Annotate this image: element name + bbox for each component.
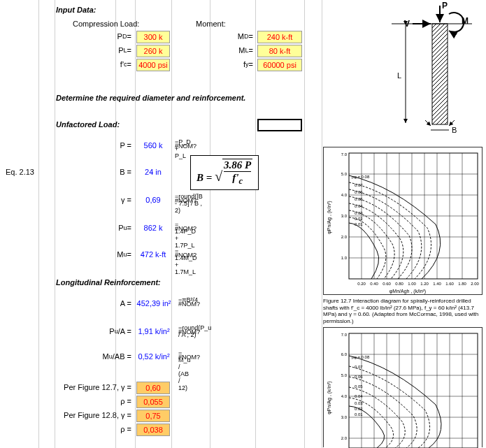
svg-text:4.0: 4.0 (341, 394, 348, 398)
svg-text:0.01: 0.01 (355, 222, 363, 226)
svg-text:0.02: 0.02 (355, 407, 363, 411)
svg-text:0.07: 0.07 (355, 183, 363, 187)
heading-input-data: Input Data: (56, 6, 96, 14)
input-fc[interactable]: 4000 psi (136, 59, 170, 71)
value-muab: 0,52 k/in² (134, 352, 173, 361)
label-fig128: Per Figure 12.8, γ = (56, 411, 131, 419)
svg-text:0.01: 0.01 (355, 412, 363, 417)
svg-line-7 (425, 120, 431, 126)
svg-text:0.60: 0.60 (383, 282, 391, 286)
label-fy: fy = (210, 60, 253, 68)
svg-text:0.03: 0.03 (355, 401, 363, 405)
svg-text:0.06: 0.06 (355, 190, 363, 194)
input-pl[interactable]: 260 k (136, 45, 170, 57)
svg-text:0.05: 0.05 (355, 197, 363, 201)
svg-text:φMn/Agh , (k/in²): φMn/Agh , (k/in²) (389, 289, 426, 294)
svg-text:1.0: 1.0 (341, 256, 348, 260)
svg-text:0.03: 0.03 (355, 211, 363, 215)
diagram-label-p: P (442, 1, 448, 10)
input-pd[interactable]: 300 k (136, 31, 170, 43)
label-p: P = (84, 141, 131, 150)
svg-text:0.06: 0.06 (355, 375, 363, 379)
eq-ref-213: Eq. 2.13 (6, 168, 34, 176)
svg-text:6.0: 6.0 (341, 352, 348, 356)
svg-text:0.40: 0.40 (370, 282, 378, 286)
input-rho1[interactable]: 0,055 (136, 396, 170, 408)
svg-line-6 (449, 120, 455, 126)
label-pl: PL = (84, 46, 131, 55)
diagram-label-l: L (397, 71, 401, 80)
svg-text:2.0: 2.0 (341, 235, 348, 239)
svg-text:2.0: 2.0 (341, 436, 348, 440)
label-fc: f'c = (84, 60, 131, 68)
column-diagram: P V M L B (350, 1, 476, 134)
value-gamma: 0,69 (136, 196, 170, 204)
svg-text:φPn/Ag , (k/in²): φPn/Ag , (k/in²) (327, 201, 332, 233)
svg-text:5.0: 5.0 (341, 373, 348, 377)
label-rho2: ρ = (84, 425, 131, 433)
input-rho2[interactable]: 0,038 (136, 424, 170, 436)
value-a: 452,39 in² (134, 299, 173, 308)
label-moment: Moment: (196, 20, 226, 28)
value-p: 560 k (136, 141, 170, 150)
input-fig128-gamma[interactable]: 0,75 (136, 410, 170, 422)
svg-text:0.04: 0.04 (355, 394, 363, 398)
diagram-label-m: M (462, 16, 469, 26)
empty-outlined-cell[interactable] (257, 119, 302, 131)
label-a: A = (84, 299, 131, 308)
svg-text:1.20: 1.20 (420, 282, 429, 286)
input-md[interactable]: 240 k-ft (257, 31, 302, 43)
spreadsheet-sheet: Input Data: Compression Load: Moment: PD… (0, 0, 486, 448)
label-compression-load: Compression Load: (73, 20, 139, 28)
input-fy[interactable]: 60000 psi (257, 59, 302, 71)
svg-text:1.80: 1.80 (458, 282, 466, 286)
label-md: MD = (210, 32, 253, 41)
label-muab: Mu/AB = (70, 352, 131, 361)
svg-rect-0 (432, 24, 448, 124)
svg-text:7.0: 7.0 (341, 333, 348, 337)
svg-text:1.40: 1.40 (433, 282, 441, 286)
label-ml: ML = (210, 46, 253, 55)
label-pu: Pu = (84, 224, 131, 232)
value-pu: 862 k (136, 224, 170, 232)
svg-text:3.0: 3.0 (341, 214, 348, 218)
svg-text:1.60: 1.60 (445, 282, 454, 286)
value-mu: 472 k-ft (136, 250, 170, 259)
label-pua: Pu/A = (70, 327, 131, 335)
svg-text:5.0: 5.0 (341, 172, 348, 176)
svg-text:0.04: 0.04 (355, 204, 363, 208)
label-pd: PD = (84, 32, 131, 41)
svg-text:0.20: 0.20 (357, 282, 366, 286)
input-ml[interactable]: 80 k-ft (257, 45, 302, 57)
heading-longitudinal: Longitudinal Reinforcement: (56, 278, 161, 287)
diagram-label-v: V (404, 19, 410, 29)
chart-fig128: ρg = 0.08 0.070.06 0.050.04 0.030.020.01… (323, 327, 483, 447)
heading-unfactored: Unfactored Load: (56, 120, 120, 129)
chart-fig127: ρg = 0.08 0.07 0.06 0.05 0.04 0.03 0.02 … (323, 147, 483, 295)
value-b: 24 in (136, 168, 170, 176)
label-rho1: ρ = (84, 397, 131, 405)
diagram-label-b: B (452, 126, 457, 134)
svg-text:0.02: 0.02 (355, 217, 363, 221)
svg-text:1.00: 1.00 (408, 282, 416, 286)
svg-text:2.00: 2.00 (471, 282, 479, 286)
label-mu: Mu = (77, 250, 131, 259)
svg-text:ρg = 0.08: ρg = 0.08 (352, 175, 370, 179)
svg-rect-49 (349, 333, 478, 448)
svg-text:0.80: 0.80 (395, 282, 403, 286)
formula-b-image: B = √3.86 Pf'c (190, 155, 259, 190)
heading-determine: Determine the required diameter and rein… (56, 94, 245, 102)
svg-text:4.0: 4.0 (341, 193, 348, 197)
svg-text:0.05: 0.05 (355, 384, 363, 389)
svg-text:0.07: 0.07 (355, 365, 363, 369)
value-pua: 1,91 k/in² (134, 327, 173, 335)
svg-text:3.0: 3.0 (341, 415, 348, 419)
label-fig127: Per Figure 12.7, γ = (56, 383, 131, 391)
svg-text:ρg = 0.08: ρg = 0.08 (352, 355, 370, 359)
chart-caption-127: Figure 12.7 Interaction diagram for spir… (323, 298, 483, 324)
label-b: B = (84, 168, 131, 176)
input-fig127-gamma[interactable]: 0,60 (136, 382, 170, 394)
svg-text:φPn/Ag , (k/in²): φPn/Ag , (k/in²) (327, 381, 332, 414)
label-gamma: γ = (84, 196, 131, 204)
svg-text:7.0: 7.0 (341, 152, 348, 157)
